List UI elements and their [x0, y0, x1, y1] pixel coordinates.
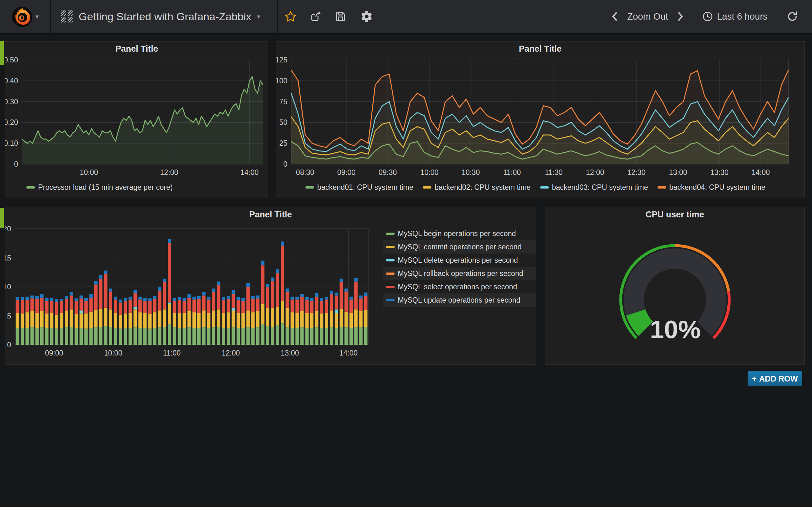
- svg-text:10: 10: [5, 283, 11, 291]
- legend-dash-icon: [540, 186, 549, 188]
- navbar: ▾ Getting Started with Grafana-Zabbix ▾: [0, 0, 812, 34]
- legend-label: MySQL rollback operations per second: [398, 269, 523, 278]
- svg-text:13:00: 13:00: [281, 349, 299, 357]
- legend-item[interactable]: backend01: CPU system time: [305, 183, 413, 192]
- zoom-out-left-button[interactable]: [609, 0, 621, 33]
- legend-item[interactable]: MySQL delete operations per second: [383, 253, 536, 267]
- svg-text:10:00: 10:00: [104, 349, 122, 357]
- plus-icon: +: [752, 374, 757, 383]
- share-dashboard-button[interactable]: [307, 0, 325, 33]
- row-2-handle[interactable]: [0, 208, 4, 228]
- svg-text:0: 0: [7, 341, 11, 349]
- logo-caret-icon: ▾: [36, 13, 39, 20]
- time-range-label: Last 6 hours: [717, 11, 768, 22]
- svg-text:0.50: 0.50: [5, 56, 18, 64]
- svg-text:14:00: 14:00: [751, 168, 770, 176]
- mysql-operations-chart[interactable]: 09:0010:0011:0012:0013:0014:0005101520: [5, 220, 370, 359]
- svg-text:13:30: 13:30: [710, 168, 728, 176]
- legend-label: MySQL update operations per second: [398, 296, 520, 304]
- add-row-button[interactable]: +ADD ROW: [748, 372, 802, 386]
- zoom-out-button[interactable]: Zoom Out: [625, 0, 670, 33]
- svg-text:14:00: 14:00: [339, 349, 358, 357]
- legend-label: backend01: CPU system time: [317, 183, 413, 192]
- svg-text:12:00: 12:00: [222, 349, 240, 357]
- legend-item[interactable]: MySQL select operations per second: [383, 280, 536, 293]
- legend-dash-icon: [26, 186, 35, 188]
- save-dashboard-button[interactable]: [332, 0, 350, 33]
- processor-load-chart[interactable]: 10:0012:0014:0000.100.200.300.400.50: [5, 54, 268, 182]
- row-1-handle[interactable]: [0, 41, 4, 65]
- legend-item[interactable]: backend03: CPU system time: [540, 183, 648, 192]
- legend-item[interactable]: MySQL commit operations per second: [383, 240, 536, 253]
- panel-processor-load: Panel Title 10:0012:0014:0000.100.200.30…: [5, 41, 268, 198]
- save-icon: [335, 10, 347, 22]
- legend-item[interactable]: Processor load (15 min average per core): [26, 183, 172, 192]
- svg-text:11:00: 11:00: [163, 349, 181, 357]
- legend-dash-icon: [305, 186, 314, 188]
- svg-text:14:00: 14:00: [241, 168, 259, 176]
- zoom-out-label: Zoom Out: [627, 11, 668, 22]
- legend-label: MySQL begin operations per second: [398, 229, 516, 238]
- legend-label: backend02: CPU system time: [435, 183, 531, 192]
- chevron-left-icon: [611, 11, 619, 22]
- grafana-logo: [11, 6, 33, 27]
- refresh-icon: [786, 11, 798, 22]
- chart-legend: backend01: CPU system timebackend02: CPU…: [276, 183, 804, 192]
- legend-label: Processor load (15 min average per core): [38, 183, 172, 192]
- refresh-button[interactable]: [785, 0, 800, 33]
- legend-dash-icon: [386, 286, 395, 288]
- svg-text:11:00: 11:00: [503, 168, 521, 176]
- navbar-divider: [50, 0, 51, 33]
- svg-text:0.40: 0.40: [5, 77, 18, 85]
- svg-text:0.20: 0.20: [5, 118, 18, 126]
- legend-item[interactable]: MySQL begin operations per second: [383, 227, 536, 240]
- legend-label: MySQL commit operations per second: [398, 243, 521, 251]
- dashboard-title: Getting Started with Grafana-Zabbix: [79, 10, 251, 23]
- svg-text:09:00: 09:00: [45, 349, 63, 357]
- panel-cpu-user-time: CPU user time 10%: [545, 207, 805, 365]
- dashboard-grid-icon: [61, 10, 73, 22]
- svg-text:11:30: 11:30: [545, 168, 563, 176]
- time-picker-button[interactable]: Last 6 hours: [700, 0, 769, 33]
- svg-text:09:00: 09:00: [337, 168, 356, 176]
- legend-item[interactable]: MySQL update operations per second: [383, 293, 536, 307]
- svg-text:75: 75: [279, 98, 287, 106]
- legend-item[interactable]: backend04: CPU system time: [658, 183, 765, 192]
- clock-icon: [702, 11, 713, 22]
- cpu-system-time-chart[interactable]: 08:3009:0009:3010:0010:3011:0011:3012:00…: [276, 54, 804, 182]
- zoom-out-right-button[interactable]: [674, 0, 687, 33]
- svg-text:0: 0: [283, 160, 287, 168]
- svg-text:09:30: 09:30: [378, 168, 397, 176]
- svg-text:0: 0: [14, 160, 18, 168]
- dashboard-settings-button[interactable]: [358, 0, 375, 33]
- legend-dash-icon: [423, 186, 432, 188]
- legend-item[interactable]: backend02: CPU system time: [423, 183, 531, 192]
- panel-title[interactable]: Panel Title: [5, 44, 268, 54]
- panel-title[interactable]: Panel Title: [5, 210, 536, 220]
- star-icon: [284, 10, 297, 23]
- svg-text:125: 125: [276, 56, 287, 64]
- legend-label: backend03: CPU system time: [552, 183, 648, 192]
- panel-title[interactable]: Panel Title: [276, 44, 804, 54]
- grafana-dashboard: ▾ Getting Started with Grafana-Zabbix ▾: [0, 0, 812, 507]
- chart-legend: MySQL begin operations per secondMySQL c…: [383, 227, 536, 307]
- svg-text:12:00: 12:00: [160, 168, 179, 176]
- add-row-label: ADD ROW: [759, 374, 798, 383]
- panel-mysql-operations: Panel Title 09:0010:0011:0012:0013:0014:…: [5, 207, 536, 365]
- svg-text:0.10: 0.10: [5, 139, 18, 147]
- svg-text:5: 5: [7, 312, 11, 320]
- legend-dash-icon: [386, 259, 395, 262]
- svg-text:10:30: 10:30: [461, 168, 480, 176]
- svg-text:20: 20: [5, 225, 11, 233]
- svg-text:13:00: 13:00: [669, 168, 687, 176]
- legend-item[interactable]: MySQL rollback operations per second: [383, 267, 536, 280]
- title-caret-icon: ▾: [257, 13, 260, 20]
- svg-text:12:30: 12:30: [627, 168, 646, 176]
- star-dashboard-button[interactable]: [282, 0, 299, 33]
- chevron-right-icon: [676, 11, 684, 22]
- gear-icon: [360, 10, 373, 23]
- svg-text:15: 15: [5, 254, 11, 262]
- dashboard-title-dropdown[interactable]: Getting Started with Grafana-Zabbix ▾: [61, 0, 260, 33]
- grafana-main-menu-button[interactable]: ▾: [0, 0, 50, 33]
- panel-cpu-system-time: Panel Title 08:3009:0009:3010:0010:3011:…: [275, 41, 805, 198]
